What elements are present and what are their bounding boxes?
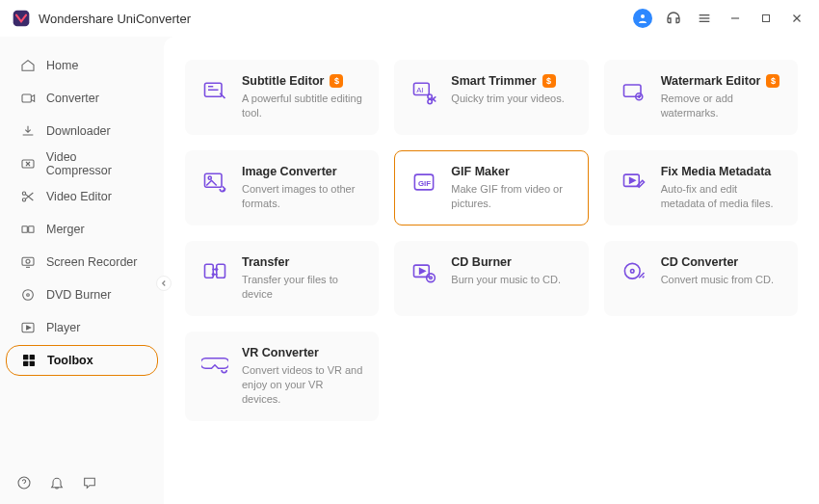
svg-rect-20 <box>23 355 28 359</box>
tool-card-subtitle-editor[interactable]: Subtitle Editor$ A powerful subtitle edi… <box>185 60 379 135</box>
tool-card-transfer[interactable]: Transfer Transfer your files to device <box>185 241 379 316</box>
sidebar-item-merger[interactable]: Merger <box>6 214 158 245</box>
sidebar-item-toolbox[interactable]: Toolbox <box>6 345 158 376</box>
play-icon <box>19 319 37 336</box>
sidebar: Home Converter Downloader Video Compress… <box>0 37 164 504</box>
gif-maker-icon: GIF <box>409 167 439 198</box>
svg-rect-23 <box>30 361 35 366</box>
tool-title: Image Converter <box>242 165 364 178</box>
profile-avatar-icon <box>633 9 652 28</box>
sidebar-item-player[interactable]: Player <box>6 312 158 343</box>
help-button[interactable] <box>15 474 33 491</box>
svg-point-42 <box>624 263 640 279</box>
tool-desc: A powerful subtitle editing tool. <box>242 92 364 120</box>
tool-desc: Convert images to other formats. <box>242 182 364 211</box>
sidebar-item-dvd-burner[interactable]: DVD Burner <box>6 279 158 310</box>
profile-button[interactable] <box>632 8 653 29</box>
collapse-sidebar-button[interactable] <box>156 276 172 291</box>
premium-badge-icon: $ <box>766 74 779 88</box>
tool-card-cd-burner[interactable]: CD Burner Burn your music to CD. <box>394 241 588 316</box>
merger-icon <box>19 221 37 238</box>
sidebar-item-recorder[interactable]: Screen Recorder <box>6 247 158 278</box>
tool-desc: Convert videos to VR and enjoy on your V… <box>242 363 364 407</box>
svg-rect-6 <box>763 15 770 22</box>
tool-desc: Convert music from CD. <box>661 273 783 287</box>
premium-badge-icon: $ <box>330 74 343 88</box>
tool-title: CD Converter <box>661 255 783 269</box>
sidebar-item-home[interactable]: Home <box>6 50 158 81</box>
sidebar-item-label: Screen Recorder <box>46 255 138 269</box>
svg-rect-38 <box>217 264 225 278</box>
svg-rect-15 <box>22 257 34 265</box>
disc-icon <box>19 286 37 304</box>
svg-point-1 <box>641 14 645 18</box>
maximize-button[interactable] <box>755 8 777 29</box>
sidebar-item-converter[interactable]: Converter <box>6 83 158 114</box>
tool-desc: Quicky trim your videos. <box>451 92 573 106</box>
sidebar-item-label: Merger <box>46 223 85 236</box>
svg-rect-37 <box>205 264 214 278</box>
toolbox-icon <box>20 352 38 369</box>
sidebar-item-label: DVD Burner <box>46 288 111 302</box>
tool-card-vr-converter[interactable]: VR Converter Convert videos to VR and en… <box>185 332 379 421</box>
download-icon <box>19 122 37 140</box>
smart-trimmer-icon: AI <box>409 76 439 107</box>
tool-title: VR Converter <box>242 346 364 359</box>
svg-point-16 <box>26 259 30 263</box>
menu-button[interactable] <box>694 8 715 29</box>
tool-card-watermark-editor[interactable]: Watermark Editor$ Remove or add watermar… <box>604 60 798 135</box>
sidebar-item-label: Video Compressor <box>46 150 145 177</box>
tool-title: Fix Media Metadata <box>661 165 783 178</box>
home-icon <box>19 57 37 74</box>
app-window: Wondershare UniConverter <box>0 0 819 504</box>
svg-point-43 <box>630 270 634 274</box>
titlebar: Wondershare UniConverter <box>0 0 819 37</box>
close-button[interactable] <box>786 8 807 29</box>
cd-burner-icon <box>409 257 439 288</box>
cd-converter-icon <box>619 257 649 288</box>
tool-desc: Burn your music to CD. <box>451 273 573 287</box>
sidebar-item-label: Downloader <box>46 124 111 138</box>
compressor-icon <box>19 155 37 172</box>
image-converter-icon <box>199 167 230 198</box>
tool-card-smart-trimmer[interactable]: AI Smart Trimmer$ Quicky trim your video… <box>394 60 588 135</box>
sidebar-nav: Home Converter Downloader Video Compress… <box>0 50 164 462</box>
tool-title: Transfer <box>242 255 364 269</box>
sidebar-item-label: Converter <box>46 92 99 105</box>
tool-title: Smart Trimmer$ <box>451 74 573 88</box>
tool-card-image-converter[interactable]: Image Converter Convert images to other … <box>185 150 379 225</box>
support-button[interactable] <box>663 8 684 29</box>
svg-text:GIF: GIF <box>418 179 431 188</box>
feedback-button[interactable] <box>81 474 98 491</box>
svg-rect-30 <box>623 85 641 96</box>
tools-grid: Subtitle Editor$ A powerful subtitle edi… <box>185 60 798 421</box>
minimize-button[interactable] <box>725 8 746 29</box>
tool-title: GIF Maker <box>451 165 573 178</box>
tool-desc: Remove or add watermarks. <box>661 92 783 120</box>
sidebar-item-editor[interactable]: Video Editor <box>6 181 158 212</box>
watermark-editor-icon <box>619 76 649 107</box>
converter-icon <box>19 90 37 107</box>
svg-rect-13 <box>22 226 27 233</box>
svg-point-17 <box>23 290 34 301</box>
sidebar-item-label: Video Editor <box>46 190 112 203</box>
svg-rect-14 <box>29 226 34 233</box>
tool-desc: Make GIF from video or pictures. <box>451 182 573 211</box>
fix-metadata-icon <box>619 167 649 198</box>
svg-rect-9 <box>22 94 31 102</box>
tool-card-cd-converter[interactable]: CD Converter Convert music from CD. <box>604 241 798 316</box>
tool-title: Watermark Editor$ <box>661 74 783 88</box>
sidebar-item-label: Home <box>46 59 78 72</box>
sidebar-item-downloader[interactable]: Downloader <box>6 116 158 146</box>
sidebar-item-label: Player <box>46 321 80 334</box>
sidebar-footer <box>0 462 164 504</box>
sidebar-item-compressor[interactable]: Video Compressor <box>6 148 158 179</box>
svg-rect-21 <box>30 355 35 359</box>
app-logo-icon <box>12 9 31 28</box>
svg-text:AI: AI <box>416 86 423 94</box>
vr-converter-icon <box>199 348 230 379</box>
tool-title: CD Burner <box>451 255 573 269</box>
notifications-button[interactable] <box>48 474 66 491</box>
tool-card-fix-metadata[interactable]: Fix Media Metadata Auto-fix and edit met… <box>604 150 798 225</box>
tool-card-gif-maker[interactable]: GIF GIF Maker Make GIF from video or pic… <box>394 150 588 225</box>
